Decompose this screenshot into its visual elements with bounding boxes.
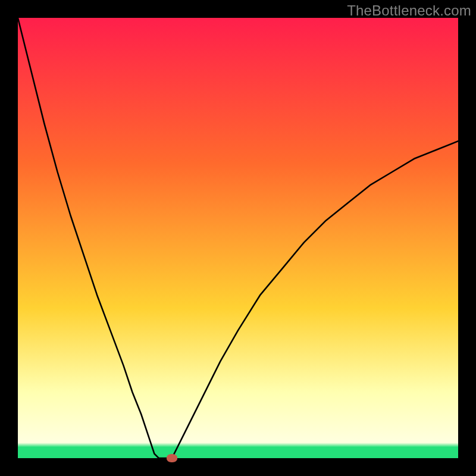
watermark-text: TheBottleneck.com <box>347 2 471 19</box>
optimal-point-marker <box>167 454 177 462</box>
plot-area <box>18 18 458 458</box>
chart-frame: TheBottleneck.com <box>0 0 476 476</box>
bottleneck-curve <box>18 18 458 458</box>
curve-path <box>18 18 458 458</box>
